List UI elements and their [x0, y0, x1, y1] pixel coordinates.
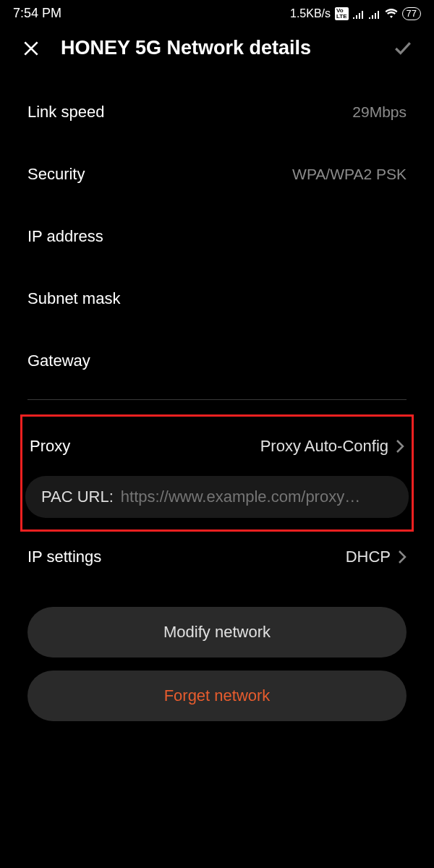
status-right: 1.5KB/s VoLTE 77 — [290, 7, 421, 20]
chevron-right-icon — [396, 439, 404, 454]
status-bar: 7:54 PM 1.5KB/s VoLTE 77 — [0, 0, 434, 24]
gateway-row: Gateway — [27, 330, 407, 392]
signal-icon — [353, 9, 365, 19]
header: HONEY 5G Network details — [0, 24, 434, 81]
proxy-label: Proxy — [30, 437, 70, 456]
check-icon[interactable] — [393, 39, 412, 58]
battery-icon: 77 — [402, 7, 421, 20]
subnet-mask-row: Subnet mask — [27, 268, 407, 330]
link-speed-label: Link speed — [27, 103, 104, 122]
proxy-value: Proxy Auto-Config — [260, 437, 388, 456]
modify-network-button[interactable]: Modify network — [27, 607, 407, 658]
signal-icon-2 — [369, 9, 380, 19]
wifi-icon — [385, 9, 398, 19]
chevron-right-icon — [398, 550, 407, 564]
link-speed-value: 29Mbps — [352, 103, 407, 121]
status-time: 7:54 PM — [13, 6, 61, 21]
status-speed: 1.5KB/s — [290, 7, 331, 20]
pac-url-input-wrap[interactable]: PAC URL: — [25, 476, 409, 518]
forget-network-button[interactable]: Forget network — [27, 671, 407, 721]
ip-settings-value: DHCP — [346, 548, 391, 566]
subnet-mask-label: Subnet mask — [27, 289, 120, 308]
security-value: WPA/WPA2 PSK — [292, 166, 407, 183]
link-speed-row: Link speed 29Mbps — [27, 81, 407, 143]
ip-settings-row[interactable]: IP settings DHCP — [27, 532, 407, 588]
ip-settings-label: IP settings — [27, 548, 101, 566]
ip-address-row: IP address — [27, 205, 407, 268]
divider — [27, 399, 407, 400]
button-group: Modify network Forget network — [0, 588, 434, 721]
gateway-label: Gateway — [27, 352, 90, 370]
ip-address-label: IP address — [27, 227, 103, 246]
security-row: Security WPA/WPA2 PSK — [27, 143, 407, 205]
pac-url-label: PAC URL: — [41, 488, 114, 506]
close-icon[interactable] — [22, 39, 41, 58]
proxy-row[interactable]: Proxy Proxy Auto-Config — [30, 417, 404, 470]
proxy-highlight-box: Proxy Proxy Auto-Config PAC URL: — [20, 414, 414, 532]
security-label: Security — [27, 165, 85, 184]
page-title: HONEY 5G Network details — [61, 37, 393, 59]
volte-icon: VoLTE — [335, 7, 349, 20]
pac-url-input[interactable] — [121, 488, 393, 506]
